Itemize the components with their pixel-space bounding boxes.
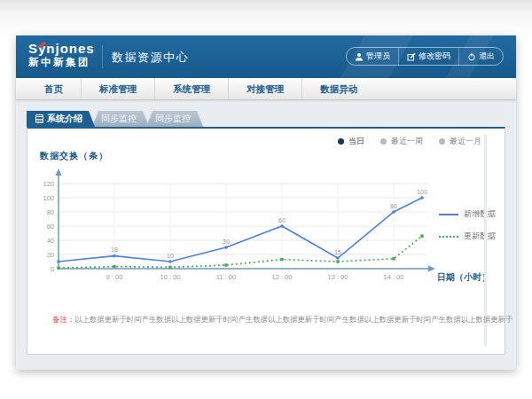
time-range-filter: 当日 最近一周 最近一月	[338, 136, 481, 147]
radio-icon	[439, 138, 445, 145]
tab-label: 系统介绍	[47, 113, 82, 125]
legend-label: 更新数据	[464, 231, 496, 242]
logo-text-en: Synjones	[28, 41, 95, 56]
tab-label: 同步监控	[155, 113, 191, 125]
app-header: Synjones 新中新集团 数据资源中心 管理员	[16, 35, 516, 78]
logo-wordmark: Synjones	[28, 41, 95, 56]
svg-text:60: 60	[278, 217, 286, 223]
svg-text:100: 100	[43, 194, 54, 202]
y-axis-title: 数据交换（条）	[40, 150, 108, 162]
radio-label: 当日	[348, 136, 364, 147]
svg-text:60: 60	[47, 223, 54, 231]
svg-text:18: 18	[111, 246, 118, 253]
logout-button[interactable]: 退出	[458, 48, 503, 65]
radio-label: 最近一月	[450, 136, 481, 147]
svg-text:9 : 00: 9 : 00	[106, 273, 123, 281]
svg-text:120: 120	[43, 180, 54, 188]
footnote-text: 以上数据更新于时间产生数据以上数据更新于时间产生数据以上数据更新于时间产生数据以…	[74, 315, 512, 324]
user-menu: 管理员 修改密码 退出	[346, 47, 504, 66]
edit-icon	[407, 52, 416, 61]
svg-text:11 : 00: 11 : 00	[216, 273, 236, 281]
tab-sync-monitor-2[interactable]: 同步监控	[146, 111, 203, 127]
footnote: 备注：以上数据更新于时间产生数据以上数据更新于时间产生数据以上数据更新于时间产生…	[52, 315, 501, 325]
nav-item-home[interactable]: 首页	[27, 78, 81, 99]
tab-sync-monitor-1[interactable]: 同步监控	[92, 111, 149, 127]
header-divider	[102, 45, 103, 68]
radio-label: 最近一周	[391, 136, 423, 147]
content-panel: 当日 最近一周 最近一月 数据交换（条） 0204060801001209 : …	[27, 127, 505, 355]
radio-today[interactable]: 当日	[338, 136, 364, 147]
svg-text:20: 20	[47, 251, 54, 259]
chart-legend: 新增数据更新数据	[439, 208, 496, 242]
nav-item-data-change[interactable]: 数据异动	[301, 78, 375, 99]
legend-item-1[interactable]: 新增数据	[439, 208, 496, 220]
radio-last-week[interactable]: 最近一周	[380, 136, 423, 147]
logout-label: 退出	[479, 51, 495, 62]
radio-icon	[338, 138, 344, 145]
svg-text:10 : 00: 10 : 00	[160, 273, 181, 281]
x-axis-title: 日期（小时）	[437, 271, 490, 284]
legend-item-2[interactable]: 更新数据	[439, 231, 496, 242]
radio-icon	[380, 138, 387, 145]
main-nav: 首页 标准管理 系统管理 对接管理 数据异动	[16, 78, 516, 100]
page-title: 数据资源中心	[112, 50, 189, 66]
legend-line-sample	[439, 236, 458, 238]
user-button[interactable]: 管理员	[347, 48, 398, 65]
svg-text:100: 100	[417, 189, 427, 195]
svg-text:40: 40	[47, 237, 54, 245]
svg-text:13 : 00: 13 : 00	[328, 273, 348, 281]
app-window: Synjones 新中新集团 数据资源中心 管理员	[16, 35, 516, 370]
svg-text:15: 15	[334, 249, 341, 255]
svg-text:10: 10	[167, 253, 174, 259]
user-label: 管理员	[366, 51, 390, 62]
radio-last-month[interactable]: 最近一月	[439, 136, 481, 147]
tab-system-intro[interactable]: 系统介绍	[27, 111, 95, 127]
document-icon	[35, 114, 43, 123]
svg-text:80: 80	[47, 208, 54, 216]
legend-line-sample	[439, 214, 458, 215]
svg-text:12 : 00: 12 : 00	[272, 273, 293, 281]
nav-item-system-mgmt[interactable]: 系统管理	[154, 78, 228, 99]
legend-label: 新增数据	[464, 208, 496, 220]
nav-item-interface-mgmt[interactable]: 对接管理	[228, 78, 301, 99]
power-icon	[467, 52, 476, 61]
svg-text:30: 30	[223, 239, 230, 245]
change-password-label: 修改密码	[419, 51, 450, 62]
tab-bar: 系统介绍 同步监控 同步监控	[27, 111, 203, 127]
footnote-label: 备注：	[52, 315, 74, 324]
change-password-button[interactable]: 修改密码	[398, 48, 458, 65]
tab-label: 同步监控	[101, 113, 137, 125]
logo: Synjones 新中新集团	[28, 41, 95, 69]
user-icon	[355, 52, 364, 61]
line-chart: 0204060801001209 : 0010 : 0011 : 0012 : …	[27, 166, 444, 290]
screenshot-background: Synjones 新中新集团 数据资源中心 管理员	[0, 0, 532, 399]
logo-text-cn: 新中新集团	[28, 56, 95, 69]
svg-text:14 : 00: 14 : 00	[384, 273, 404, 281]
svg-text:0: 0	[51, 265, 54, 273]
nav-item-standard-mgmt[interactable]: 标准管理	[81, 78, 154, 99]
svg-text:80: 80	[390, 203, 397, 209]
